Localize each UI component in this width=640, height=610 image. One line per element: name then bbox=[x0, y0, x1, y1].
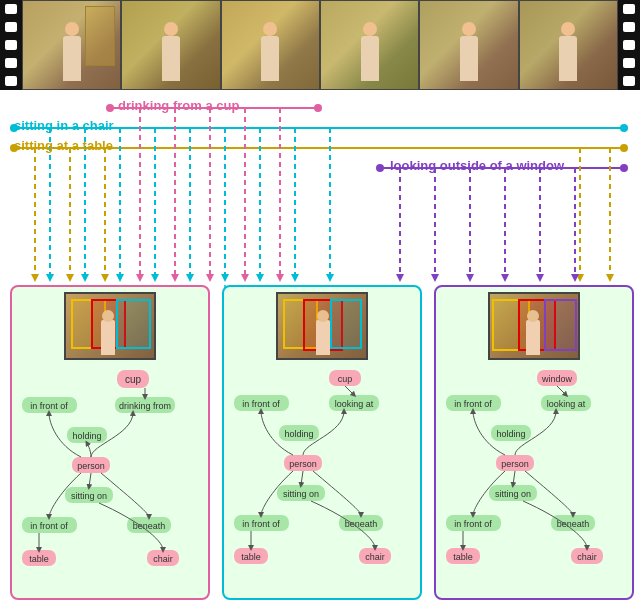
svg-text:holding: holding bbox=[284, 429, 313, 439]
film-frame bbox=[22, 0, 121, 90]
film-hole bbox=[5, 58, 17, 68]
svg-text:holding: holding bbox=[496, 429, 525, 439]
svg-text:person: person bbox=[289, 459, 317, 469]
film-hole bbox=[5, 4, 17, 14]
svg-text:sitting on: sitting on bbox=[71, 491, 107, 501]
svg-point-2 bbox=[314, 104, 322, 112]
label-looking-window: looking outside of a window bbox=[390, 158, 564, 173]
svg-text:beneath: beneath bbox=[133, 521, 166, 531]
film-frame bbox=[320, 0, 419, 90]
svg-marker-36 bbox=[221, 274, 229, 282]
svg-marker-46 bbox=[66, 274, 74, 282]
film-hole bbox=[623, 22, 635, 32]
svg-marker-39 bbox=[326, 274, 334, 282]
svg-marker-17 bbox=[136, 274, 144, 282]
film-hole bbox=[623, 58, 635, 68]
svg-text:in front of: in front of bbox=[30, 521, 68, 531]
svg-point-11 bbox=[620, 164, 628, 172]
svg-marker-21 bbox=[276, 274, 284, 282]
annotation-box-3: window looking at in front of holding pe… bbox=[434, 285, 634, 600]
svg-text:holding: holding bbox=[72, 431, 101, 441]
film-frame bbox=[221, 0, 320, 90]
svg-point-5 bbox=[620, 124, 628, 132]
svg-marker-33 bbox=[116, 274, 124, 282]
svg-text:chair: chair bbox=[153, 554, 173, 564]
svg-marker-20 bbox=[241, 274, 249, 282]
svg-text:looking at: looking at bbox=[547, 399, 586, 409]
svg-marker-59 bbox=[501, 274, 509, 282]
svg-text:table: table bbox=[29, 554, 49, 564]
svg-text:window: window bbox=[541, 374, 573, 384]
film-holes-right bbox=[618, 0, 640, 90]
svg-text:in front of: in front of bbox=[242, 519, 280, 529]
svg-text:table: table bbox=[453, 552, 473, 562]
svg-marker-58 bbox=[466, 274, 474, 282]
main-area: drinking from a cup sitting in a chair s… bbox=[0, 90, 640, 610]
svg-text:person: person bbox=[77, 461, 105, 471]
annotation-box-1: cup drinking from in front of holding pe… bbox=[10, 285, 210, 600]
film-hole bbox=[5, 40, 17, 50]
svg-text:drinking from: drinking from bbox=[119, 401, 171, 411]
svg-text:chair: chair bbox=[577, 552, 597, 562]
annotation-box-2: cup looking at in front of holding perso… bbox=[222, 285, 422, 600]
svg-text:in front of: in front of bbox=[242, 399, 280, 409]
label-sitting-chair: sitting in a chair bbox=[14, 118, 114, 133]
scene-graph-svg-2: cup looking at in front of holding perso… bbox=[229, 365, 419, 605]
svg-marker-61 bbox=[571, 274, 579, 282]
svg-text:table: table bbox=[241, 552, 261, 562]
svg-marker-49 bbox=[606, 274, 614, 282]
svg-point-1 bbox=[106, 104, 114, 112]
scene-graph-svg-1: cup drinking from in front of holding pe… bbox=[17, 365, 207, 605]
scene-graph-svg-3: window looking at in front of holding pe… bbox=[441, 365, 631, 605]
svg-point-8 bbox=[620, 144, 628, 152]
film-frame bbox=[519, 0, 618, 90]
film-holes-left bbox=[0, 0, 22, 90]
svg-text:cup: cup bbox=[338, 374, 353, 384]
svg-marker-56 bbox=[396, 274, 404, 282]
svg-marker-37 bbox=[256, 274, 264, 282]
label-sitting-table: sitting at a table bbox=[14, 138, 113, 153]
svg-marker-57 bbox=[431, 274, 439, 282]
svg-text:person: person bbox=[501, 459, 529, 469]
svg-marker-32 bbox=[81, 274, 89, 282]
film-hole bbox=[623, 40, 635, 50]
svg-marker-31 bbox=[46, 274, 54, 282]
svg-text:chair: chair bbox=[365, 552, 385, 562]
svg-marker-47 bbox=[101, 274, 109, 282]
label-drinking: drinking from a cup bbox=[118, 98, 239, 113]
svg-text:sitting on: sitting on bbox=[495, 489, 531, 499]
svg-marker-60 bbox=[536, 274, 544, 282]
film-frame bbox=[121, 0, 220, 90]
film-hole bbox=[623, 76, 635, 86]
svg-marker-35 bbox=[186, 274, 194, 282]
svg-text:beneath: beneath bbox=[557, 519, 590, 529]
svg-text:cup: cup bbox=[125, 374, 142, 385]
film-frames bbox=[22, 0, 618, 90]
svg-marker-34 bbox=[151, 274, 159, 282]
film-hole bbox=[5, 22, 17, 32]
svg-marker-48 bbox=[576, 274, 584, 282]
svg-marker-19 bbox=[206, 274, 214, 282]
svg-marker-18 bbox=[171, 274, 179, 282]
film-hole bbox=[5, 76, 17, 86]
svg-text:in front of: in front of bbox=[454, 399, 492, 409]
film-hole bbox=[623, 4, 635, 14]
svg-point-10 bbox=[376, 164, 384, 172]
svg-text:sitting on: sitting on bbox=[283, 489, 319, 499]
film-frame bbox=[419, 0, 518, 90]
filmstrip bbox=[0, 0, 640, 90]
svg-text:looking at: looking at bbox=[335, 399, 374, 409]
svg-marker-38 bbox=[291, 274, 299, 282]
svg-text:in front of: in front of bbox=[30, 401, 68, 411]
svg-text:in front of: in front of bbox=[454, 519, 492, 529]
svg-marker-45 bbox=[31, 274, 39, 282]
svg-text:beneath: beneath bbox=[345, 519, 378, 529]
